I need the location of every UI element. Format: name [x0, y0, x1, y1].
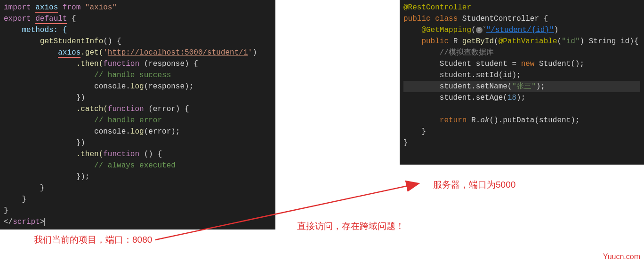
code-line: @GetMapping(⊙˅"/student/{id}"): [403, 24, 640, 36]
code-line: .then(function (response) {: [4, 58, 272, 70]
code-line: }: [4, 194, 272, 205]
code-line: import axios from "axios": [4, 2, 272, 13]
code-line: student.setAge(18);: [403, 92, 640, 103]
code-line: }: [4, 182, 272, 194]
code-line: student.setId(id);: [403, 70, 640, 81]
code-line: student.setName("张三");: [403, 81, 640, 92]
code-line: // handle success: [4, 70, 272, 81]
code-line: public R getById(@PathVariable("id") Str…: [403, 36, 640, 47]
code-line: .then(function () {: [4, 149, 272, 160]
code-line: return R.ok().putData(student);: [403, 115, 640, 126]
code-line: // handle error: [4, 115, 272, 126]
code-line: export default {: [4, 13, 272, 24]
middle-annotation-text: 直接访问，存在跨域问题！: [297, 220, 404, 232]
code-line: </script>: [4, 216, 272, 228]
code-line: console.log(error);: [4, 126, 272, 137]
code-line: [403, 103, 640, 115]
code-line: getStudentInfo() {: [4, 36, 272, 47]
code-line: }: [403, 126, 640, 137]
code-line: //模拟查数据库: [403, 47, 640, 58]
code-line: });: [4, 171, 272, 182]
code-line: public class StudentController {: [403, 13, 640, 24]
right-annotation-text: 服务器，端口为5000: [433, 179, 515, 191]
code-line: }): [4, 137, 272, 149]
watermark-text: Yuucn.com: [603, 253, 640, 261]
code-line: .catch(function (error) {: [4, 103, 272, 115]
code-line: axios.get('http://localhost:5000/student…: [4, 47, 272, 58]
mapping-icon: ⊙: [476, 27, 483, 33]
left-annotation-text: 我们当前的项目，端口：8080: [34, 234, 152, 246]
code-line: @RestController: [403, 2, 640, 13]
code-line: // always executed: [4, 160, 272, 171]
code-line: }): [4, 92, 272, 103]
code-line: }: [403, 137, 640, 149]
code-line: methods: {: [4, 24, 272, 36]
code-line: Student student = new Student();: [403, 58, 640, 70]
right-code-editor[interactable]: @RestController public class StudentCont…: [400, 0, 644, 165]
code-line: }: [4, 205, 272, 216]
code-line: console.log(response);: [4, 81, 272, 92]
left-code-editor[interactable]: import axios from "axios" export default…: [0, 0, 275, 230]
